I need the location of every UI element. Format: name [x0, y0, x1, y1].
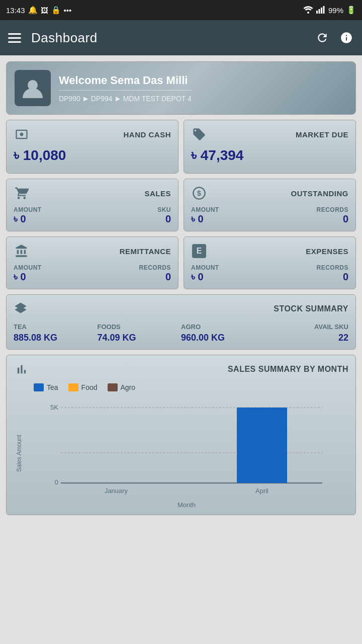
market-due-amount: ৳ 47,394: [191, 147, 348, 164]
battery-icon: 🔋: [346, 6, 356, 15]
x-axis-label: Month: [25, 501, 348, 509]
svg-rect-2: [321, 8, 322, 14]
remittance-title: REMITTANCE: [120, 247, 171, 256]
sales-outstanding-row: SALES AMOUNT SKU ৳ 0 0 $ OUTSTANDING AMO…: [6, 179, 356, 231]
page-title: Dashboard: [31, 30, 305, 46]
chart-svg: 5K 0 January April: [25, 397, 348, 498]
breadcrumb-depot: MDM TEST DEPOT 4: [123, 95, 192, 103]
remittance-records-label: RECORDS: [139, 264, 171, 271]
remittance-values: ৳ 0 0: [14, 271, 171, 283]
sales-amount-value: ৳ 0: [14, 213, 26, 225]
breadcrumb-arrow-2: ▶: [116, 95, 120, 102]
info-button[interactable]: [339, 30, 354, 45]
outstanding-card[interactable]: $ OUTSTANDING AMOUNT RECORDS ৳ 0 0: [184, 179, 356, 231]
svg-text:January: January: [105, 487, 128, 495]
legend-agro-label: Agro: [121, 383, 136, 391]
market-due-title: MARKET DUE: [296, 130, 348, 139]
image-icon: 🖼: [41, 6, 48, 15]
battery-display: 99%: [328, 6, 343, 15]
stock-avail-sku: AVAIL SKU 22: [265, 323, 349, 343]
remittance-amount-label: AMOUNT: [14, 264, 42, 271]
breadcrumb-dp990: DP990: [59, 95, 80, 103]
wifi-icon: [303, 6, 313, 15]
hand-cash-card[interactable]: HAND CASH ৳ 10,080: [6, 120, 178, 174]
outstanding-title: OUTSTANDING: [291, 189, 348, 198]
lock-icon: 🔒: [51, 6, 61, 15]
chart-title: SALES SUMMARY BY MONTH: [228, 365, 348, 374]
chart-container: Sales Amount 5K 0 January: [14, 397, 348, 509]
user-info: Welcome Sema Das Milli DP990 ▶ DP994 ▶ M…: [59, 74, 192, 103]
notification-icon: 🔔: [28, 6, 38, 15]
sales-chart-card[interactable]: SALES SUMMARY BY MONTH Tea Food Agro Sal…: [6, 355, 356, 515]
user-breadcrumb: DP990 ▶ DP994 ▶ MDM TEST DEPOT 4: [59, 95, 192, 103]
stock-summary-card[interactable]: STOCK SUMMARY TEA 885.08 KG FOODS 74.09 …: [6, 294, 356, 350]
hand-cash-header: HAND CASH: [14, 126, 171, 142]
stock-tea: TEA 885.08 KG: [14, 323, 98, 343]
expenses-title: EXPENSES: [306, 247, 348, 256]
svg-rect-0: [316, 11, 318, 14]
market-due-card[interactable]: MARKET DUE ৳ 47,394: [184, 120, 356, 174]
expenses-labels: AMOUNT RECORDS: [191, 264, 348, 271]
remittance-labels: AMOUNT RECORDS: [14, 264, 171, 271]
stock-summary-title: STOCK SUMMARY: [274, 304, 348, 313]
sales-icon: [14, 185, 30, 201]
signal-icon: [316, 6, 325, 15]
outstanding-records-label: RECORDS: [316, 206, 348, 213]
chart-plot-area: 5K 0 January April Month: [25, 397, 348, 509]
remittance-records-value: 0: [165, 271, 171, 283]
stock-agro-value: 960.00 KG: [181, 333, 265, 343]
chart-bar-april-tea: [237, 408, 287, 483]
breadcrumb-dp994: DP994: [91, 95, 113, 103]
legend-food: Food: [68, 383, 98, 391]
hand-cash-title: HAND CASH: [124, 130, 171, 139]
stock-icon: [14, 301, 28, 317]
sales-values: ৳ 0 0: [14, 213, 171, 225]
expenses-icon: E: [191, 243, 207, 259]
sales-sku-value: 0: [165, 213, 171, 225]
expenses-header: E EXPENSES: [191, 243, 348, 259]
sales-labels: AMOUNT SKU: [14, 206, 171, 213]
legend-agro: Agro: [108, 383, 136, 391]
expenses-amount-value: ৳ 0: [191, 271, 204, 283]
outstanding-labels: AMOUNT RECORDS: [191, 206, 348, 213]
legend-food-color: [68, 383, 78, 391]
user-name: Welcome Sema Das Milli: [59, 74, 192, 91]
outstanding-values: ৳ 0 0: [191, 213, 348, 225]
stock-summary-header: STOCK SUMMARY: [14, 301, 348, 317]
sales-amount-label: AMOUNT: [14, 206, 42, 213]
refresh-button[interactable]: [315, 30, 330, 45]
stock-data-row: TEA 885.08 KG FOODS 74.09 KG AGRO 960.00…: [14, 323, 348, 343]
sales-header: SALES: [14, 185, 171, 201]
remittance-card[interactable]: REMITTANCE AMOUNT RECORDS ৳ 0 0: [6, 236, 178, 289]
stock-tea-value: 885.08 KG: [14, 333, 98, 343]
expenses-values: ৳ 0 0: [191, 271, 348, 283]
time-display: 13:43: [6, 6, 25, 15]
remittance-expenses-row: REMITTANCE AMOUNT RECORDS ৳ 0 0 E EXPENS…: [6, 236, 356, 289]
outstanding-amount-value: ৳ 0: [191, 213, 204, 225]
expenses-records-value: 0: [343, 271, 348, 283]
legend-agro-color: [108, 383, 118, 391]
stock-foods-label: FOODS: [98, 323, 182, 331]
market-due-icon: [191, 126, 207, 142]
menu-button[interactable]: [8, 33, 21, 43]
user-card: Welcome Sema Das Milli DP990 ▶ DP994 ▶ M…: [6, 61, 356, 115]
outstanding-icon: $: [191, 185, 207, 201]
remittance-amount-value: ৳ 0: [14, 271, 26, 283]
avatar: [15, 70, 51, 106]
chart-icon: [14, 361, 30, 377]
status-bar: 13:43 🔔 🖼 🔒 ••• 99% 🔋: [0, 0, 362, 20]
expenses-card[interactable]: E EXPENSES AMOUNT RECORDS ৳ 0 0: [184, 236, 356, 289]
dashboard-content: Welcome Sema Das Milli DP990 ▶ DP994 ▶ M…: [0, 55, 362, 521]
legend-food-label: Food: [81, 383, 98, 391]
top-navigation: Dashboard: [0, 20, 362, 55]
outstanding-records-value: 0: [343, 213, 348, 225]
expenses-records-label: RECORDS: [316, 264, 348, 271]
hand-cash-icon: [14, 126, 30, 142]
svg-rect-3: [323, 6, 324, 14]
remittance-header: REMITTANCE: [14, 243, 171, 259]
outstanding-header: $ OUTSTANDING: [191, 185, 348, 201]
stock-agro-label: AGRO: [181, 323, 265, 331]
stock-foods-value: 74.09 KG: [98, 333, 182, 343]
sales-card[interactable]: SALES AMOUNT SKU ৳ 0 0: [6, 179, 178, 231]
expenses-amount-label: AMOUNT: [191, 264, 219, 271]
